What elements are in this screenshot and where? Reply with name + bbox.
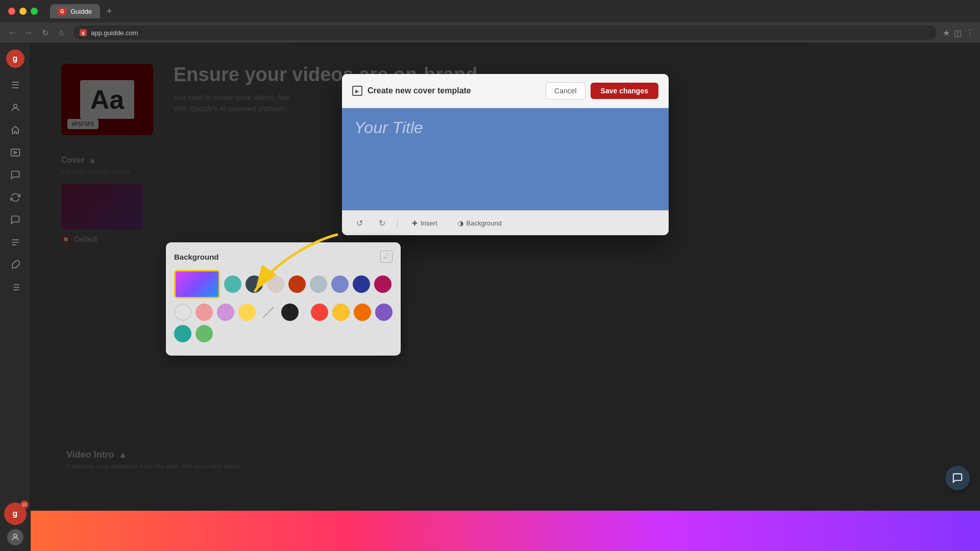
gradient-swatch-pink-blue[interactable] bbox=[174, 270, 220, 298]
swatch-teal2[interactable] bbox=[174, 325, 191, 342]
nav-buttons: ← → ↻ ⌂ bbox=[6, 28, 67, 38]
modal-title-icon: ▶ bbox=[352, 86, 362, 96]
canvas-title[interactable]: Your Title bbox=[354, 118, 423, 137]
modal-title: Create new cover template bbox=[368, 86, 471, 95]
swatch-teal[interactable] bbox=[224, 276, 241, 293]
swatch-dark-indigo[interactable] bbox=[353, 276, 370, 293]
address-bar-actions: ★ ◫ ⋮ bbox=[943, 28, 974, 38]
background-label: Background bbox=[467, 219, 502, 227]
swatch-yellow[interactable] bbox=[238, 304, 256, 321]
gradient-swatches-row bbox=[174, 270, 393, 298]
undo-button[interactable]: ↺ bbox=[352, 216, 366, 230]
browser-chrome: G Guidde + ← → ↻ ⌂ g app.guidde.com ★ ◫ … bbox=[0, 0, 980, 43]
active-tab[interactable]: G Guidde bbox=[50, 4, 100, 18]
sidebar-logo[interactable]: g bbox=[6, 49, 24, 68]
sidebar-item-home[interactable] bbox=[6, 121, 24, 139]
tab-bar: G Guidde + bbox=[50, 4, 972, 18]
swatch-pink-dark[interactable] bbox=[374, 276, 391, 293]
sidebar-item-chat[interactable] bbox=[6, 166, 24, 184]
extensions-icon[interactable]: ◫ bbox=[954, 28, 962, 38]
minimize-button[interactable] bbox=[19, 8, 27, 15]
swatch-light-blue-grey[interactable] bbox=[310, 276, 327, 293]
notification-badge[interactable]: g 10 bbox=[4, 503, 27, 525]
bg-popup-image-icon[interactable]: ☄ bbox=[380, 251, 393, 263]
background-color-popup: Background ☄ bbox=[166, 242, 401, 356]
modal-canvas: Your Title bbox=[342, 108, 669, 210]
insert-icon: ✚ bbox=[412, 219, 418, 227]
sidebar-item-puzzle[interactable] bbox=[6, 256, 24, 274]
swatch-tan[interactable] bbox=[267, 276, 284, 293]
svg-rect-1 bbox=[11, 149, 19, 156]
url-favicon: g bbox=[80, 29, 87, 36]
save-changes-button[interactable]: Save changes bbox=[591, 83, 658, 99]
forward-button[interactable]: → bbox=[22, 28, 35, 37]
new-tab-button[interactable]: + bbox=[102, 4, 116, 18]
swatch-green[interactable] bbox=[195, 325, 213, 342]
modal-toolbar: ↺ ↻ ✚ Insert ◑ Background bbox=[342, 210, 669, 235]
menu-icon[interactable]: ⋮ bbox=[966, 28, 974, 38]
url-bar[interactable]: g app.guidde.com bbox=[74, 26, 937, 40]
swatch-orange-dark[interactable] bbox=[288, 276, 306, 293]
insert-label: Insert bbox=[421, 219, 437, 227]
sidebar-item-refresh[interactable] bbox=[6, 188, 24, 207]
swatch-none[interactable] bbox=[260, 304, 277, 321]
close-button[interactable] bbox=[8, 8, 15, 15]
swatch-purple[interactable] bbox=[217, 304, 234, 321]
maximize-button[interactable] bbox=[31, 8, 38, 15]
sidebar-item-tools[interactable] bbox=[6, 233, 24, 252]
background-icon: ◑ bbox=[458, 219, 463, 227]
sidebar: g ☰ g 10 bbox=[0, 43, 31, 551]
reload-button[interactable]: ↻ bbox=[39, 28, 51, 38]
bg-popup-title: Background bbox=[174, 253, 219, 261]
sidebar-item-list[interactable] bbox=[6, 278, 24, 296]
modal-header: ▶ Create new cover template Cancel Save … bbox=[342, 74, 669, 108]
modal-actions: Cancel Save changes bbox=[546, 82, 658, 99]
main-content: Aa #F5F5F5 Ensure your videos are on-bra… bbox=[31, 43, 980, 551]
solid-swatches-row2 bbox=[174, 304, 393, 342]
redo-button[interactable]: ↻ bbox=[375, 216, 389, 230]
badge-count: 10 bbox=[20, 500, 29, 509]
svg-point-11 bbox=[14, 534, 17, 537]
tab-label: Guidde bbox=[70, 8, 92, 15]
tab-favicon: G bbox=[58, 7, 66, 15]
create-cover-modal: ▶ Create new cover template Cancel Save … bbox=[342, 74, 669, 235]
bottom-gradient-bar bbox=[31, 511, 980, 551]
bookmark-icon[interactable]: ★ bbox=[943, 28, 950, 38]
address-bar: ← → ↻ ⌂ g app.guidde.com ★ ◫ ⋮ bbox=[0, 22, 980, 43]
background-button[interactable]: ◑ Background bbox=[452, 216, 508, 230]
swatch-violet[interactable] bbox=[375, 304, 393, 321]
swatch-white[interactable] bbox=[174, 304, 191, 321]
window-controls bbox=[8, 8, 38, 15]
swatch-light-red[interactable] bbox=[195, 304, 213, 321]
swatch-orange[interactable] bbox=[354, 304, 371, 321]
home-button[interactable]: ⌂ bbox=[55, 28, 67, 37]
sidebar-item-menu[interactable]: ☰ bbox=[6, 76, 24, 94]
user-avatar[interactable] bbox=[7, 529, 23, 545]
chat-button[interactable] bbox=[945, 466, 970, 490]
url-text: app.guidde.com bbox=[91, 29, 138, 37]
swatch-indigo[interactable] bbox=[331, 276, 349, 293]
app-layout: g ☰ g 10 bbox=[0, 43, 980, 551]
insert-button[interactable]: ✚ Insert bbox=[406, 216, 444, 230]
svg-point-0 bbox=[13, 104, 17, 108]
back-button[interactable]: ← bbox=[6, 28, 18, 37]
sidebar-item-message[interactable] bbox=[6, 211, 24, 229]
sidebar-item-video[interactable] bbox=[6, 143, 24, 162]
swatch-dark-blue[interactable] bbox=[246, 276, 263, 293]
sidebar-item-users[interactable] bbox=[6, 98, 24, 117]
swatch-yellow2[interactable] bbox=[332, 304, 350, 321]
cancel-button[interactable]: Cancel bbox=[546, 82, 585, 99]
swatch-black[interactable] bbox=[281, 304, 299, 321]
swatch-red[interactable] bbox=[311, 304, 328, 321]
